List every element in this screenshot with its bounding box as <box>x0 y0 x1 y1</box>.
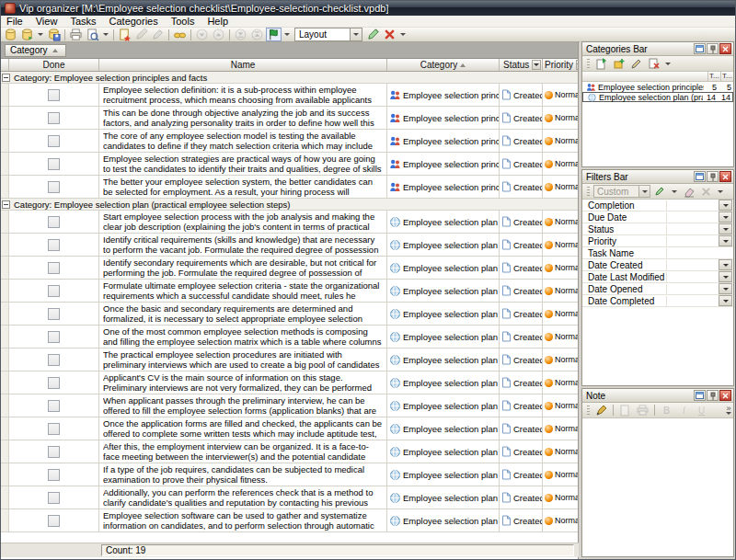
task-row[interactable]: Once the basic and secondary requirement… <box>0 303 578 326</box>
name-cell[interactable]: Once the basic and secondary requirement… <box>99 303 387 325</box>
new-database-icon[interactable] <box>3 28 18 41</box>
column-header-done[interactable]: Done <box>9 59 99 71</box>
layout-combobox[interactable]: Layout <box>294 28 362 41</box>
filter-dropdown-button[interactable] <box>719 295 732 306</box>
priority-cell[interactable]: Normal <box>543 84 578 106</box>
category-cell[interactable]: Employee selection plan (practical emplo… <box>387 349 500 371</box>
task-row[interactable]: This can be done through objective analy… <box>0 107 578 130</box>
priority-cell[interactable]: Normal <box>543 463 578 486</box>
status-cell[interactable]: Created <box>500 257 543 279</box>
delete-task-icon[interactable] <box>150 28 166 41</box>
category-cell[interactable]: Employee selection plan (practical emplo… <box>387 417 500 440</box>
category-cell[interactable]: Employee selection plan (practical emplo… <box>387 280 500 302</box>
name-cell[interactable]: When applicant passes through the prelim… <box>99 394 387 417</box>
apply-filter-dropdown-icon[interactable] <box>672 190 677 193</box>
filter-dropdown-button[interactable] <box>719 259 732 270</box>
status-cell[interactable]: Created <box>500 234 543 256</box>
name-cell[interactable]: The practical employee selection procedu… <box>99 349 387 371</box>
category-cell[interactable]: Employee selection plan (practical emplo… <box>387 486 500 509</box>
priority-cell[interactable]: Normal <box>543 257 578 279</box>
name-cell[interactable]: Once the application forms are filled an… <box>99 417 387 440</box>
task-row[interactable]: Start employee selection process with th… <box>0 211 578 234</box>
done-checkbox[interactable] <box>48 89 60 101</box>
priority-cell[interactable]: Normal <box>543 153 578 175</box>
done-cell[interactable] <box>9 371 99 394</box>
done-checkbox[interactable] <box>48 400 60 412</box>
task-row[interactable]: The practical employee selection procedu… <box>0 349 578 371</box>
done-cell[interactable] <box>9 509 99 531</box>
layouts-dropdown-icon[interactable] <box>284 33 290 36</box>
print-preview-icon[interactable] <box>85 28 100 41</box>
done-cell[interactable] <box>9 107 99 129</box>
done-checkbox[interactable] <box>48 423 60 435</box>
priority-cell[interactable]: Normal <box>543 176 578 198</box>
task-row[interactable]: Applicant's CV is the main source of inf… <box>0 371 578 394</box>
status-cell[interactable]: Created <box>500 107 543 129</box>
task-row[interactable]: Additionally, you can perform the refere… <box>0 486 578 509</box>
name-cell[interactable]: Additionally, you can perform the refere… <box>99 486 387 509</box>
done-checkbox[interactable] <box>48 492 60 504</box>
task-row[interactable]: The core of any employee selection model… <box>0 130 578 153</box>
column-header-priority[interactable]: Priority <box>543 59 578 71</box>
filter-dropdown-button[interactable] <box>719 200 732 211</box>
done-cell[interactable] <box>9 84 99 106</box>
category-cell[interactable]: Employee selection principles and facts <box>387 176 500 198</box>
task-row[interactable]: Employee selection definition: it is a s… <box>0 84 578 107</box>
filters-bar-float-button[interactable] <box>694 171 706 182</box>
done-cell[interactable] <box>9 176 99 198</box>
filter-preset-combobox[interactable]: Custom <box>593 185 650 198</box>
apply-filter-icon[interactable] <box>652 185 668 199</box>
done-cell[interactable] <box>9 463 99 486</box>
category-cell[interactable]: Employee selection plan (practical emplo… <box>387 371 500 394</box>
menu-tools[interactable]: Tools <box>165 16 201 28</box>
view-notes-icon[interactable] <box>172 28 188 41</box>
task-row[interactable]: Employee selection strategies are practi… <box>0 153 578 176</box>
done-checkbox[interactable] <box>48 135 60 147</box>
priority-filter-button[interactable] <box>576 60 578 70</box>
category-cell[interactable]: Employee selection plan (practical emplo… <box>387 303 500 325</box>
categories-col1-header[interactable]: T... <box>707 72 720 81</box>
clear-filter-eraser-icon[interactable] <box>681 185 696 199</box>
name-cell[interactable]: Applicant's CV is the main source of inf… <box>99 371 387 394</box>
status-cell[interactable]: Created <box>500 176 543 198</box>
categories-toolbar-overflow-icon[interactable] <box>665 63 671 65</box>
toolbar-overflow-icon[interactable] <box>400 33 406 36</box>
print-group-dropdown-icon[interactable] <box>103 33 109 36</box>
category-cell[interactable]: Employee selection plan (practical emplo… <box>387 326 500 348</box>
priority-cell[interactable]: Normal <box>543 440 578 463</box>
categories-bar-float-button[interactable] <box>694 43 706 54</box>
categories-bar-close-button[interactable] <box>719 43 731 54</box>
done-checkbox[interactable] <box>48 446 60 458</box>
category-cell[interactable]: Employee selection principles and facts <box>387 84 500 106</box>
edit-note-pen-icon[interactable] <box>593 404 609 417</box>
name-cell[interactable]: The better your employee selection syste… <box>99 176 387 198</box>
column-header-status[interactable]: Status <box>500 59 543 71</box>
done-checkbox[interactable] <box>48 285 60 297</box>
edit-layout-icon[interactable] <box>365 28 381 41</box>
open-database-icon[interactable] <box>19 28 35 41</box>
status-cell[interactable]: Created <box>500 280 543 302</box>
menu-file[interactable]: File <box>0 16 29 28</box>
done-checkbox[interactable] <box>48 262 60 274</box>
name-cell[interactable]: Identify critical requirements (skills a… <box>99 234 387 256</box>
filter-dropdown-button[interactable] <box>719 271 732 282</box>
done-cell[interactable] <box>9 257 99 279</box>
task-row[interactable]: Once the application forms are filled an… <box>0 417 578 440</box>
done-checkbox[interactable] <box>48 331 60 343</box>
name-cell[interactable]: Identify secondary requirements which ar… <box>99 257 387 279</box>
done-cell[interactable] <box>9 417 99 440</box>
name-cell[interactable]: Formulate ultimate employee selection cr… <box>99 280 387 302</box>
done-checkbox[interactable] <box>48 112 60 124</box>
done-cell[interactable] <box>9 440 99 463</box>
filters-bar-close-button[interactable] <box>719 171 731 182</box>
delete-layout-icon[interactable] <box>382 28 397 41</box>
task-row[interactable]: If a type of the job requires, candidate… <box>0 463 578 486</box>
category-cell[interactable]: Employee selection principles and facts <box>387 107 500 129</box>
name-cell[interactable]: One of the most common employee selectio… <box>99 326 387 348</box>
categories-col2-header[interactable]: T... <box>720 72 733 81</box>
name-cell[interactable]: If a type of the job requires, candidate… <box>99 463 387 486</box>
categories-bar-pin-button[interactable] <box>707 43 719 54</box>
layouts-flag-icon[interactable] <box>266 28 282 41</box>
group-row[interactable]: Category: Employee selection plan (pract… <box>0 199 578 211</box>
note-print-icon[interactable] <box>635 404 650 417</box>
